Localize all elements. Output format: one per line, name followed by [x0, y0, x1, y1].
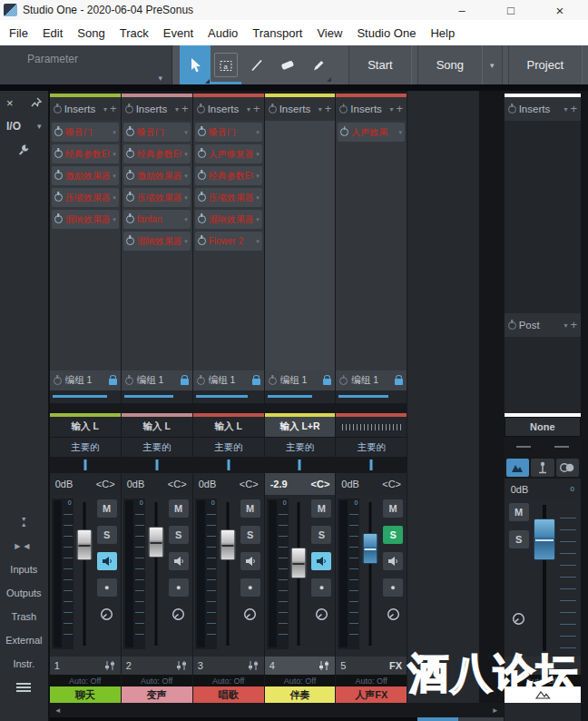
input-select[interactable]: 输入 L: [50, 417, 121, 437]
lock-icon[interactable]: [395, 379, 403, 385]
output-select[interactable]: 主要的: [336, 437, 407, 457]
solo-button[interactable]: S: [169, 526, 189, 544]
insert-slot[interactable]: 混响效果器▾: [52, 210, 119, 229]
range-tool[interactable]: a: [211, 45, 241, 84]
eraser-tool[interactable]: [272, 45, 303, 84]
minimize-button[interactable]: –: [437, 4, 486, 17]
mono-button[interactable]: [531, 459, 554, 477]
mute-button[interactable]: M: [311, 499, 331, 518]
monitor-button[interactable]: [311, 552, 331, 570]
pin-icon[interactable]: [31, 97, 42, 108]
menu-track[interactable]: Track: [113, 26, 156, 40]
gain-knob[interactable]: [512, 612, 525, 629]
volume-value[interactable]: 0dB: [127, 479, 145, 489]
inserts-header[interactable]: Inserts ▾ +: [193, 97, 264, 121]
fader-handle[interactable]: [220, 529, 235, 560]
automation-mode[interactable]: Auto: Off: [505, 675, 581, 686]
volume-value[interactable]: 0dB: [341, 479, 359, 489]
sidebar-item-outputs[interactable]: Outputs: [0, 581, 48, 605]
pan-value[interactable]: <C>: [240, 479, 259, 489]
solo-button[interactable]: S: [240, 526, 260, 544]
master-volume-value[interactable]: 0dB: [511, 484, 529, 495]
arrow-tool[interactable]: [180, 45, 211, 84]
channel-number-row[interactable]: 2: [122, 657, 192, 675]
pan-slider[interactable]: [122, 457, 192, 473]
output-routing-select[interactable]: None: [505, 417, 581, 437]
power-icon[interactable]: [54, 172, 63, 180]
volume-value[interactable]: -2.9: [270, 479, 288, 489]
channel-number-row[interactable]: 3: [193, 657, 264, 675]
add-insert-button[interactable]: +: [253, 104, 260, 114]
gain-knob[interactable]: [169, 605, 189, 623]
menu-view[interactable]: View: [309, 26, 349, 40]
parameter-dropdown[interactable]: Parameter ▾: [0, 45, 172, 84]
add-insert-button[interactable]: +: [396, 104, 403, 114]
song-chevron-icon[interactable]: ▾: [483, 45, 503, 84]
add-post-button[interactable]: +: [570, 321, 577, 330]
scroll-left-icon[interactable]: ◄: [54, 706, 62, 715]
input-select[interactable]: 输入 L: [122, 417, 192, 437]
pan-slider[interactable]: [50, 457, 121, 473]
insert-slot[interactable]: 压缩效果器▾: [52, 188, 119, 207]
sidebar-item-trash[interactable]: Trash: [0, 605, 48, 628]
input-select[interactable]: 输入 L: [193, 417, 264, 437]
fader-handle[interactable]: [363, 533, 378, 564]
insert-slot[interactable]: 经典参数EQ(B)▾: [123, 144, 191, 163]
record-button[interactable]: ●: [240, 578, 260, 597]
insert-slot[interactable]: 噪音门▾: [52, 123, 119, 142]
solo-button[interactable]: S: [383, 526, 403, 544]
narrow-toggle[interactable]: ▶◀: [0, 534, 48, 558]
solo-button[interactable]: S: [311, 526, 331, 544]
post-list[interactable]: [505, 337, 581, 413]
volume-value[interactable]: 0dB: [199, 479, 217, 489]
mute-button[interactable]: M: [169, 499, 189, 518]
input-select[interactable]: [336, 417, 407, 437]
fader-handle[interactable]: [534, 519, 555, 560]
menu-transport[interactable]: Transport: [245, 26, 309, 40]
solo-button[interactable]: S: [509, 530, 529, 548]
insert-slot[interactable]: 经典参数EQ(C)▾: [52, 144, 119, 163]
sidebar-item-inputs[interactable]: Inputs: [0, 558, 48, 581]
pan-value[interactable]: <C>: [168, 479, 187, 489]
gain-knob[interactable]: [311, 605, 331, 623]
master-name[interactable]: [505, 686, 581, 703]
channel-name[interactable]: 唱歌: [193, 686, 264, 703]
add-insert-button[interactable]: +: [110, 104, 117, 114]
power-icon[interactable]: [54, 377, 62, 385]
add-insert-button[interactable]: +: [570, 104, 577, 114]
record-button[interactable]: ●: [383, 578, 403, 597]
output-select[interactable]: 主要的: [50, 437, 121, 457]
power-icon[interactable]: [54, 150, 63, 158]
monitor-button[interactable]: [169, 552, 189, 570]
split-tool[interactable]: [241, 45, 272, 84]
master-volume-fader[interactable]: [531, 503, 558, 653]
pan-value[interactable]: <C>: [382, 479, 401, 489]
insert-slot[interactable]: 经典参数EQ(D)▾: [195, 166, 262, 185]
output-select[interactable]: 主要的: [265, 437, 336, 457]
chevron-down-icon[interactable]: ▾: [564, 105, 567, 114]
automation-mode[interactable]: Auto: Off: [122, 675, 192, 686]
mute-button[interactable]: M: [240, 499, 260, 518]
volume-fader[interactable]: [74, 500, 95, 647]
send-slot[interactable]: 编组 1: [336, 370, 407, 390]
input-select[interactable]: 输入 L+R: [265, 417, 336, 437]
paint-tool[interactable]: [303, 45, 334, 84]
pan-value[interactable]: <C>: [96, 479, 115, 489]
menu-studio-one[interactable]: Studio One: [349, 26, 423, 40]
scroll-right-icon[interactable]: ►: [492, 706, 499, 715]
output-select[interactable]: 主要的: [122, 437, 192, 457]
inserts-header[interactable]: Inserts ▾ +: [50, 97, 121, 121]
send-level-slider[interactable]: [50, 390, 121, 403]
pan-value[interactable]: <C>: [311, 479, 330, 489]
inserts-header[interactable]: Inserts ▾ +: [122, 97, 192, 121]
inserts-list[interactable]: 噪音门▾ 经典参数EQ(C)▾ 激励效果器▾ 压缩效果器▾ 混响效果器▾: [50, 121, 121, 370]
channel-name[interactable]: 人声FX: [336, 686, 407, 703]
fader-handle[interactable]: [291, 548, 307, 578]
lock-icon[interactable]: [252, 379, 260, 385]
banks-button[interactable]: [0, 676, 48, 699]
mute-button[interactable]: M: [509, 503, 529, 521]
send-level-slider[interactable]: [193, 390, 264, 403]
chevron-down-icon[interactable]: ▾: [175, 105, 179, 114]
inserts-list[interactable]: 噪音门▾ 经典参数EQ(B)▾ 激励效果器▾ 压缩效果器▾ fanfan▾ 混响…: [122, 121, 192, 370]
insert-slot[interactable]: 压缩效果器▾: [123, 188, 191, 207]
